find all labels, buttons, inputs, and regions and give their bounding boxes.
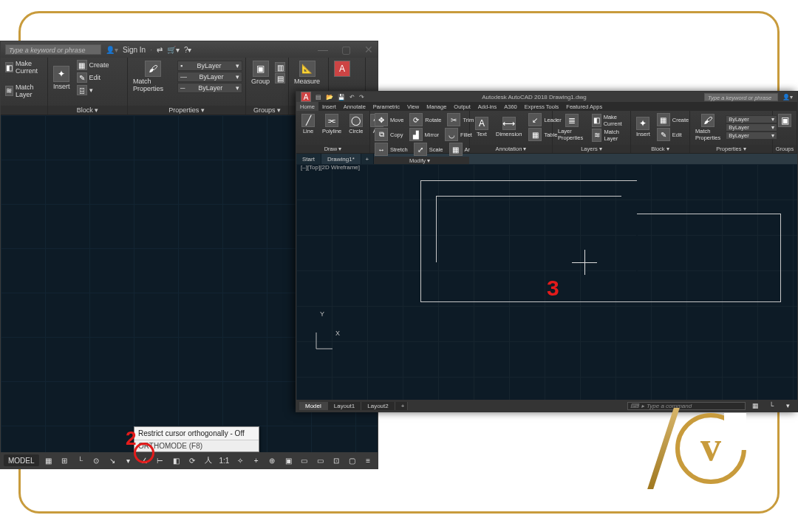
polar-toggle[interactable]: ⊙: [89, 454, 103, 466]
text-button[interactable]: AText: [473, 115, 491, 139]
sign-in-link[interactable]: 👤▾: [782, 94, 793, 100]
isodraft-toggle[interactable]: ↘: [106, 454, 119, 466]
new-tab-button[interactable]: +: [361, 154, 374, 164]
qat-undo-icon[interactable]: ↶: [349, 94, 355, 100]
fillet-button[interactable]: ◡Fillet: [443, 127, 474, 142]
rotate-button[interactable]: ⟳Rotate: [408, 112, 443, 127]
layout-tab-1[interactable]: Layout1: [328, 402, 361, 410]
layer-properties-button[interactable]: ≣Layer Properties: [556, 112, 587, 143]
dimension-button[interactable]: ⟷Dimension: [494, 115, 524, 139]
linetype-combo[interactable]: ─ByLayer▾: [177, 83, 242, 93]
maximize-button[interactable]: ▢: [341, 44, 351, 55]
paste-button[interactable]: A: [332, 59, 352, 78]
measure-button[interactable]: 📐Measure: [292, 59, 322, 86]
cart-icon[interactable]: 🛒▾: [167, 46, 180, 54]
grid-toggle[interactable]: ▦: [42, 454, 55, 466]
tab-output[interactable]: Output: [450, 102, 474, 111]
clean-screen[interactable]: ▢: [346, 454, 359, 466]
tab-featured[interactable]: Featured Apps: [562, 102, 606, 111]
block-panel-label[interactable]: Block ▾: [631, 145, 689, 153]
properties-panel-label[interactable]: Properties ▾: [690, 145, 772, 153]
match-properties-button[interactable]: 🖌Match Properties: [131, 59, 174, 94]
quick-props[interactable]: ▣: [282, 454, 295, 466]
insert-button[interactable]: ✦Insert: [51, 64, 72, 92]
linetype-combo[interactable]: ByLayer▾: [726, 132, 777, 140]
line-button[interactable]: ╱Line: [299, 112, 317, 136]
lineweight-combo[interactable]: ByLayer▾: [726, 123, 777, 132]
annotation-scale[interactable]: 人: [202, 454, 215, 466]
tab-home[interactable]: Home: [296, 102, 318, 111]
edit-block-button[interactable]: ✎Edit: [655, 127, 691, 142]
help-icon[interactable]: ?▾: [184, 46, 192, 54]
lineweight-toggle[interactable]: ⊢: [154, 454, 167, 466]
layout-tab-2[interactable]: Layout2: [361, 402, 395, 410]
groups-panel-label[interactable]: Groups: [773, 145, 797, 153]
make-current-button[interactable]: ◧Make Current: [4, 59, 44, 75]
lock-ui[interactable]: ▭: [298, 454, 311, 466]
tab-addins[interactable]: Add-ins: [474, 102, 500, 111]
qat-save-icon[interactable]: 💾: [338, 94, 345, 100]
polyline-button[interactable]: ⫘Polyline: [320, 112, 344, 136]
qat-new-icon[interactable]: ▤: [316, 94, 321, 100]
move-button[interactable]: ✥Move: [373, 112, 405, 127]
app-menu-icon[interactable]: A: [301, 92, 311, 102]
file-tab-start[interactable]: Start: [296, 154, 321, 164]
mirror-button[interactable]: ▟Mirror: [408, 127, 441, 142]
qat-redo-icon[interactable]: ↷: [359, 94, 364, 100]
file-tab-drawing1[interactable]: Drawing1*: [321, 154, 361, 164]
viewport-label[interactable]: [–][Top][2D Wireframe]: [301, 164, 360, 171]
annotation-panel-label[interactable]: Annotation ▾: [470, 145, 552, 153]
units-button[interactable]: ⊕: [266, 454, 279, 466]
help-search-input[interactable]: Type a keyword or phrase: [5, 44, 101, 55]
lineweight-combo[interactable]: —ByLayer▾: [177, 72, 242, 82]
layer-match[interactable]: ≋Match Layer: [590, 128, 627, 143]
tab-a360[interactable]: A360: [500, 102, 521, 111]
circle-button[interactable]: ◯Circle: [347, 112, 365, 136]
edit-attr-button[interactable]: ⌹▾: [75, 84, 111, 96]
tab-manage[interactable]: Manage: [423, 102, 450, 111]
tab-view[interactable]: View: [403, 102, 423, 111]
transparency-toggle[interactable]: ◧: [170, 454, 183, 466]
ortho-toggle[interactable]: └: [74, 454, 87, 466]
cycling-toggle[interactable]: ⟳: [185, 454, 199, 466]
minimize-button[interactable]: —: [318, 44, 328, 55]
qat-open-icon[interactable]: 📂: [326, 94, 333, 100]
help-search-input[interactable]: Type a keyword or phrase: [704, 93, 778, 101]
isolate-button[interactable]: ▭: [313, 454, 327, 466]
layout-tab-model[interactable]: Model: [299, 402, 328, 410]
close-button[interactable]: ✕: [364, 44, 373, 55]
scale-readout[interactable]: 1:1: [217, 454, 231, 466]
create-block-button[interactable]: ▦Create: [75, 59, 111, 71]
color-combo[interactable]: ByLayer▾: [726, 115, 777, 123]
tab-insert[interactable]: Insert: [318, 102, 340, 111]
create-block-button[interactable]: ▦Create: [655, 112, 691, 127]
stretch-button[interactable]: ↔Stretch: [373, 142, 409, 157]
tab-annotate[interactable]: Annotate: [340, 102, 369, 111]
tab-parametric[interactable]: Parametric: [369, 102, 403, 111]
copy-button[interactable]: ⧉Copy: [373, 127, 405, 142]
match-properties-button[interactable]: 🖌Match Properties: [693, 112, 723, 143]
groups-panel-label[interactable]: Groups ▾: [246, 106, 288, 115]
layout-add[interactable]: +: [395, 402, 408, 410]
osnap-toggle[interactable]: ▾: [122, 454, 135, 466]
snap-toggle[interactable]: ⊞: [58, 454, 71, 466]
scale-button[interactable]: ⤢Scale: [412, 142, 445, 157]
ungroup-icon[interactable]: ▥: [275, 62, 285, 72]
match-layer-button[interactable]: ≋Match Layer: [4, 83, 44, 99]
layers-panel-label[interactable]: Layers ▾: [553, 145, 630, 153]
model-space-button[interactable]: MODEL: [4, 454, 39, 466]
properties-panel-label[interactable]: Properties ▾: [128, 106, 245, 115]
customize-status[interactable]: ≡: [361, 454, 375, 466]
annotation-monitor[interactable]: +: [250, 454, 263, 466]
group-button[interactable]: ▣Group: [249, 59, 272, 86]
workspace-button[interactable]: ✧: [233, 454, 247, 466]
tab-express[interactable]: Express Tools: [521, 102, 563, 111]
exchange-icon[interactable]: ⇄: [157, 46, 163, 54]
insert-block-button[interactable]: ✦Insert: [634, 115, 652, 139]
group-edit-icon[interactable]: ▤: [275, 73, 285, 83]
hardware-accel[interactable]: ⊡: [330, 454, 343, 466]
block-panel-label[interactable]: Block ▾: [48, 106, 127, 115]
sign-in-link[interactable]: Sign In: [123, 46, 146, 54]
group-button[interactable]: ▣: [776, 112, 794, 129]
color-combo[interactable]: ▪ByLayer▾: [177, 61, 242, 71]
